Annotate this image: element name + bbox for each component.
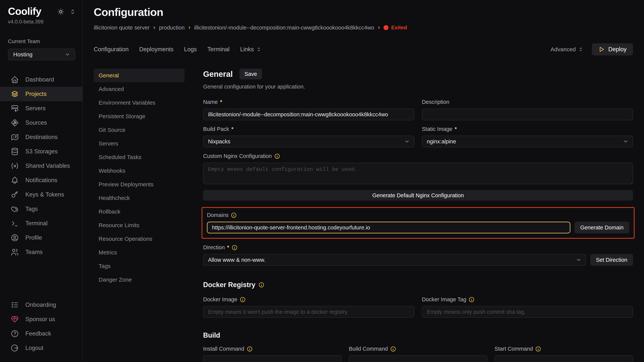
breadcrumb-resource[interactable]: illicitestonion/-module--decomposition:m… xyxy=(194,24,374,31)
sidebar-item-onboarding[interactable]: Onboarding xyxy=(0,298,82,312)
build-command-input[interactable] xyxy=(349,356,488,362)
theme-toggle-sun-icon[interactable] xyxy=(57,8,64,17)
set-direction-button[interactable]: Set Direction xyxy=(590,254,633,266)
deploy-button[interactable]: Deploy xyxy=(592,43,633,55)
info-icon[interactable] xyxy=(468,297,474,303)
sidebar-item-notifications[interactable]: Notifications xyxy=(0,173,82,187)
home-icon xyxy=(10,75,19,84)
sidebar-item-shared-variables[interactable]: Shared Variables xyxy=(0,159,82,173)
tag-icon xyxy=(10,205,19,213)
sidebar-item-logout[interactable]: Logout xyxy=(0,341,82,355)
docker-image-input[interactable] xyxy=(203,306,414,318)
sidebar-item-label: S3 Storages xyxy=(25,148,58,155)
direction-label: Direction xyxy=(203,244,225,251)
domains-highlight-box: Domains Generate Domain xyxy=(202,207,634,239)
build-pack-select[interactable]: Nixpacks xyxy=(203,136,414,147)
info-icon[interactable] xyxy=(240,297,246,303)
subnav-environment-variables[interactable]: Environment Variables xyxy=(94,96,184,109)
start-command-input[interactable] xyxy=(494,356,633,362)
tab-terminal[interactable]: Terminal xyxy=(208,46,230,53)
server-icon xyxy=(10,104,19,112)
section-subtitle: General configuration for your applicati… xyxy=(203,84,633,90)
sidebar-item-sponsor-us[interactable]: Sponsor us xyxy=(0,312,82,327)
tab-configuration[interactable]: Configuration xyxy=(94,46,128,53)
start-command-label: Start Command xyxy=(494,346,533,352)
sidebar-item-keys-tokens[interactable]: Keys & Tokens xyxy=(0,187,82,202)
sidebar-item-sources[interactable]: Sources xyxy=(0,116,82,130)
sidebar-item-label: Onboarding xyxy=(25,302,56,308)
info-icon[interactable] xyxy=(232,245,238,251)
subnav-persistent-storage[interactable]: Persistent Storage xyxy=(94,109,184,123)
status-text: Exited xyxy=(391,24,407,31)
chevron-down-icon xyxy=(576,257,582,263)
info-icon[interactable] xyxy=(258,282,264,288)
save-button[interactable]: Save xyxy=(240,69,262,79)
chevron-down-icon xyxy=(623,139,628,144)
sidebar-item-label: Sponsor us xyxy=(25,316,55,323)
docker-registry-heading: Docker Registry xyxy=(203,281,255,289)
docker-image-tag-input[interactable] xyxy=(422,306,633,318)
main-area: Configuration illicitonion quote server … xyxy=(83,0,644,362)
subnav-resource-operations[interactable]: Resource Operations xyxy=(94,232,184,246)
tab-links[interactable]: Links xyxy=(240,46,262,53)
advanced-dropdown[interactable]: Advanced xyxy=(550,46,583,52)
docker-image-tag-label: Docker Image Tag xyxy=(422,296,466,303)
generate-domain-button[interactable]: Generate Domain xyxy=(574,222,629,233)
sidebar-item-destinations[interactable]: Destinations xyxy=(0,130,82,144)
subnav-danger-zone[interactable]: Danger Zone xyxy=(94,273,184,287)
sidebar-item-label: Terminal xyxy=(25,220,48,227)
info-icon[interactable] xyxy=(247,346,253,352)
generate-nginx-config-button[interactable]: Generate Default Nginx Configuration xyxy=(203,190,633,201)
breadcrumb-environment[interactable]: production xyxy=(159,24,184,31)
direction-select[interactable]: Allow www & non-www. xyxy=(203,254,586,266)
sidebar-item-label: Teams xyxy=(25,249,42,256)
name-input[interactable] xyxy=(203,109,414,120)
team-select[interactable]: Hosting xyxy=(8,49,75,60)
info-icon[interactable] xyxy=(231,212,237,218)
info-icon[interactable] xyxy=(390,346,396,352)
docker-image-label: Docker Image xyxy=(203,296,238,303)
sidebar-item-projects[interactable]: Projects xyxy=(0,87,82,101)
info-icon[interactable] xyxy=(274,153,280,159)
tab-deployments[interactable]: Deployments xyxy=(139,46,174,53)
description-input[interactable] xyxy=(422,109,633,120)
breadcrumb: illicitonion quote server › production ›… xyxy=(94,24,633,31)
subnav-general[interactable]: General xyxy=(94,69,184,82)
subnav-advanced[interactable]: Advanced xyxy=(94,82,184,96)
breadcrumb-project[interactable]: illicitonion quote server xyxy=(94,24,150,31)
selector-icon xyxy=(578,47,584,52)
sidebar-item-profile[interactable]: Profile xyxy=(0,231,82,245)
sidebar-item-label: Shared Variables xyxy=(25,162,70,169)
domains-input[interactable] xyxy=(207,222,570,233)
install-command-input[interactable] xyxy=(203,356,342,362)
static-image-label: Static Image xyxy=(422,126,452,132)
sidebar-item-feedback[interactable]: Feedback xyxy=(0,327,82,341)
static-image-select[interactable]: nginx:alpine xyxy=(422,136,633,147)
subnav-git-source[interactable]: Git Source xyxy=(94,123,184,137)
subnav-scheduled-tasks[interactable]: Scheduled Tasks xyxy=(94,150,184,164)
current-team-label: Current Team xyxy=(8,38,82,44)
advanced-label: Advanced xyxy=(550,46,576,52)
subnav-servers[interactable]: Servers xyxy=(94,137,184,150)
tab-links-label: Links xyxy=(240,46,254,53)
install-command-label: Install Command xyxy=(203,346,244,352)
sidebar-item-dashboard[interactable]: Dashboard xyxy=(0,72,82,87)
subnav-metrics[interactable]: Metrics xyxy=(94,246,184,259)
checklist-icon xyxy=(10,301,19,309)
sidebar-item-teams[interactable]: Teams xyxy=(0,245,82,259)
sidebar-item-label: Sources xyxy=(25,119,47,126)
subnav-tags[interactable]: Tags xyxy=(94,259,184,273)
version-selector-icon[interactable] xyxy=(70,8,76,16)
subnav-resource-limits[interactable]: Resource Limits xyxy=(94,218,184,232)
sidebar-item-terminal[interactable]: Terminal xyxy=(0,216,82,231)
custom-nginx-textarea[interactable] xyxy=(203,163,633,184)
info-icon[interactable] xyxy=(535,346,541,352)
subnav-rollback[interactable]: Rollback xyxy=(94,205,184,218)
subnav-preview-deployments[interactable]: Preview Deployments xyxy=(94,178,184,191)
sidebar-item-tags[interactable]: Tags xyxy=(0,202,82,216)
tab-logs[interactable]: Logs xyxy=(184,46,197,53)
subnav-healthcheck[interactable]: Healthcheck xyxy=(94,191,184,205)
sidebar-item-servers[interactable]: Servers xyxy=(0,101,82,116)
subnav-webhooks[interactable]: Webhooks xyxy=(94,164,184,178)
sidebar-item-s3-storages[interactable]: S3 Storages xyxy=(0,144,82,159)
